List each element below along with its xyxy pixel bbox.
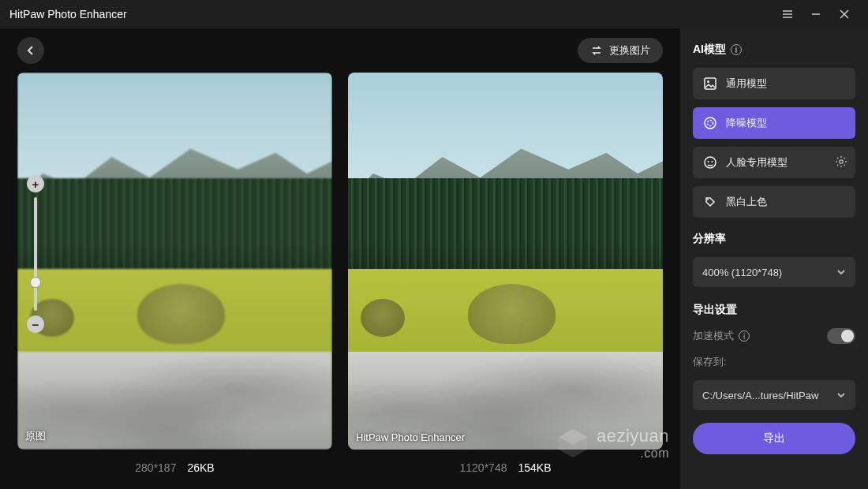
zoom-thumb[interactable] — [30, 277, 41, 288]
chevron-down-icon — [836, 390, 846, 400]
ai-model-section-title: AI模型 i — [693, 43, 855, 57]
chevron-down-icon — [836, 267, 846, 277]
zoom-in-button[interactable]: + — [27, 175, 44, 192]
svg-point-6 — [712, 161, 713, 162]
model-label: 人脸专用模型 — [726, 155, 788, 170]
original-dimensions: 280*187 — [135, 461, 176, 474]
swap-image-label: 更换图片 — [609, 43, 650, 58]
model-general[interactable]: 通用模型 — [693, 68, 855, 99]
svg-point-1 — [707, 80, 709, 83]
minimize-icon — [811, 9, 821, 19]
original-label: 原图 — [25, 429, 46, 443]
resolution-value: 400% (1120*748) — [702, 267, 782, 278]
svg-point-8 — [707, 199, 709, 200]
model-label: 降噪模型 — [726, 116, 767, 130]
save-path-value: C:/Users/A...tures/HitPaw — [702, 390, 818, 401]
resolution-section-title: 分辨率 — [693, 232, 855, 246]
svg-point-5 — [708, 161, 709, 162]
swap-image-button[interactable]: 更换图片 — [578, 38, 663, 63]
enhanced-image[interactable]: HitPaw Photo Enhancer — [348, 73, 663, 450]
face-icon — [702, 155, 718, 170]
svg-point-4 — [705, 157, 716, 168]
zoom-slider[interactable]: + − — [25, 175, 46, 333]
svg-point-2 — [705, 118, 716, 129]
original-image-column: + − 原图 280*187 26KB — [17, 73, 332, 486]
model-label: 黑白上色 — [726, 195, 767, 209]
app-title: HitPaw Photo Enhancer — [9, 8, 127, 21]
info-icon[interactable]: i — [739, 330, 750, 342]
enhanced-image-column: HitPaw Photo Enhancer 1120*748 154KB — [348, 73, 663, 486]
menu-icon — [782, 9, 793, 20]
gear-icon[interactable] — [835, 155, 847, 170]
original-filesize: 26KB — [187, 461, 214, 474]
menu-button[interactable] — [773, 0, 802, 28]
export-button-label: 导出 — [763, 431, 785, 446]
chevron-left-icon — [25, 45, 36, 56]
accel-label: 加速模式 — [693, 329, 734, 343]
titlebar: HitPaw Photo Enhancer — [0, 0, 868, 28]
model-denoise[interactable]: 降噪模型 — [693, 107, 855, 139]
model-label: 通用模型 — [726, 77, 767, 91]
image-icon — [702, 76, 718, 91]
zoom-track[interactable] — [34, 197, 37, 311]
minimize-button[interactable] — [802, 0, 830, 28]
export-section-title: 导出设置 — [693, 303, 855, 317]
swap-icon — [590, 44, 603, 57]
colorize-icon — [702, 194, 718, 210]
save-path-dropdown[interactable]: C:/Users/A...tures/HitPaw — [693, 380, 855, 410]
resolution-dropdown[interactable]: 400% (1120*748) — [693, 257, 855, 287]
close-icon — [840, 9, 849, 19]
sidebar: AI模型 i 通用模型 降噪模型 人脸专用模型 — [680, 28, 868, 489]
enhanced-dimensions: 1120*748 — [460, 461, 507, 474]
denoise-icon — [702, 115, 718, 131]
back-button[interactable] — [17, 37, 44, 64]
model-colorize[interactable]: 黑白上色 — [693, 186, 855, 218]
accel-toggle[interactable] — [827, 328, 855, 344]
zoom-out-button[interactable]: − — [27, 315, 44, 333]
close-button[interactable] — [830, 0, 859, 28]
ai-model-section-label: AI模型 — [693, 43, 726, 57]
model-face[interactable]: 人脸专用模型 — [693, 147, 855, 178]
original-image[interactable]: + − 原图 — [17, 73, 332, 450]
info-icon[interactable]: i — [731, 44, 742, 55]
svg-point-3 — [708, 121, 713, 126]
enhanced-label: HitPaw Photo Enhancer — [356, 431, 465, 443]
main-area: 更换图片 + − — [0, 28, 680, 489]
svg-point-7 — [840, 159, 843, 162]
export-button[interactable]: 导出 — [693, 423, 855, 454]
enhanced-filesize: 154KB — [518, 461, 551, 474]
save-to-label: 保存到: — [693, 355, 855, 369]
